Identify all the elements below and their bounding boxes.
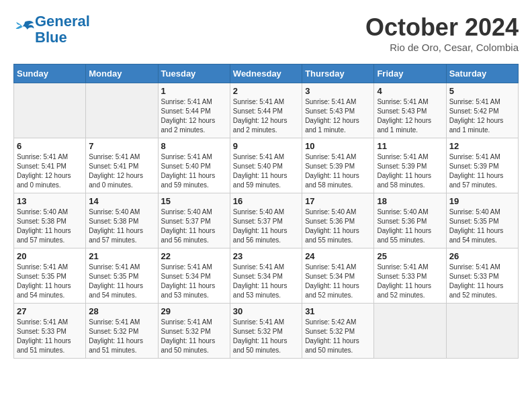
weekday-header-saturday: Saturday <box>446 64 518 83</box>
day-info: Sunrise: 5:41 AM Sunset: 5:33 PM Dayligh… <box>449 263 515 300</box>
calendar-cell: 26Sunrise: 5:41 AM Sunset: 5:33 PM Dayli… <box>446 248 518 304</box>
day-number: 22 <box>161 251 227 261</box>
logo-line1: General <box>35 13 90 30</box>
day-number: 20 <box>17 251 83 261</box>
calendar-week-3: 13Sunrise: 5:40 AM Sunset: 5:38 PM Dayli… <box>14 193 519 248</box>
calendar-cell: 22Sunrise: 5:41 AM Sunset: 5:34 PM Dayli… <box>158 248 230 304</box>
day-number: 4 <box>377 86 443 96</box>
day-info: Sunrise: 5:41 AM Sunset: 5:33 PM Dayligh… <box>17 318 83 355</box>
weekday-header-wednesday: Wednesday <box>230 64 302 83</box>
day-info: Sunrise: 5:41 AM Sunset: 5:39 PM Dayligh… <box>377 152 443 190</box>
day-info: Sunrise: 5:41 AM Sunset: 5:43 PM Dayligh… <box>377 97 443 135</box>
day-number: 16 <box>233 196 299 206</box>
day-number: 8 <box>161 141 227 151</box>
day-info: Sunrise: 5:41 AM Sunset: 5:40 PM Dayligh… <box>161 152 227 190</box>
calendar-cell: 19Sunrise: 5:40 AM Sunset: 5:35 PM Dayli… <box>446 193 518 248</box>
calendar-table: SundayMondayTuesdayWednesdayThursdayFrid… <box>13 64 519 359</box>
day-number: 15 <box>161 196 227 206</box>
day-info: Sunrise: 5:40 AM Sunset: 5:38 PM Dayligh… <box>17 208 83 245</box>
calendar-cell: 30Sunrise: 5:41 AM Sunset: 5:32 PM Dayli… <box>230 304 302 359</box>
day-number: 12 <box>449 141 515 151</box>
calendar-cell: 29Sunrise: 5:41 AM Sunset: 5:32 PM Dayli… <box>158 304 230 359</box>
day-number: 9 <box>233 141 299 151</box>
day-number: 21 <box>89 251 154 261</box>
day-number: 6 <box>17 141 83 151</box>
day-number: 2 <box>233 86 299 96</box>
calendar-cell <box>86 83 158 138</box>
calendar-cell: 8Sunrise: 5:41 AM Sunset: 5:40 PM Daylig… <box>158 138 230 193</box>
calendar-cell: 27Sunrise: 5:41 AM Sunset: 5:33 PM Dayli… <box>14 304 86 359</box>
day-number: 27 <box>17 306 83 316</box>
calendar-cell: 14Sunrise: 5:40 AM Sunset: 5:38 PM Dayli… <box>86 193 158 248</box>
logo-line2: Blue <box>35 29 67 46</box>
day-number: 28 <box>89 306 154 316</box>
calendar-cell: 15Sunrise: 5:40 AM Sunset: 5:37 PM Dayli… <box>158 193 230 248</box>
day-number: 29 <box>161 306 227 316</box>
calendar-cell: 12Sunrise: 5:41 AM Sunset: 5:39 PM Dayli… <box>446 138 518 193</box>
day-info: Sunrise: 5:40 AM Sunset: 5:37 PM Dayligh… <box>233 208 299 245</box>
day-number: 13 <box>17 196 83 206</box>
calendar-cell: 6Sunrise: 5:41 AM Sunset: 5:41 PM Daylig… <box>14 138 86 193</box>
calendar-cell: 31Sunrise: 5:42 AM Sunset: 5:32 PM Dayli… <box>302 304 374 359</box>
day-info: Sunrise: 5:41 AM Sunset: 5:34 PM Dayligh… <box>305 263 371 300</box>
day-number: 25 <box>377 251 443 261</box>
calendar-cell: 11Sunrise: 5:41 AM Sunset: 5:39 PM Dayli… <box>374 138 446 193</box>
weekday-header-thursday: Thursday <box>302 64 374 83</box>
calendar-week-2: 6Sunrise: 5:41 AM Sunset: 5:41 PM Daylig… <box>14 138 519 193</box>
day-number: 5 <box>449 86 515 96</box>
calendar-cell: 4Sunrise: 5:41 AM Sunset: 5:43 PM Daylig… <box>374 83 446 138</box>
calendar-cell: 23Sunrise: 5:41 AM Sunset: 5:34 PM Dayli… <box>230 248 302 304</box>
day-number: 23 <box>233 251 299 261</box>
day-number: 18 <box>377 196 443 206</box>
calendar-cell: 21Sunrise: 5:41 AM Sunset: 5:35 PM Dayli… <box>86 248 158 304</box>
day-number: 24 <box>305 251 371 261</box>
calendar-cell: 13Sunrise: 5:40 AM Sunset: 5:38 PM Dayli… <box>14 193 86 248</box>
calendar-cell: 3Sunrise: 5:41 AM Sunset: 5:43 PM Daylig… <box>302 83 374 138</box>
day-info: Sunrise: 5:40 AM Sunset: 5:36 PM Dayligh… <box>305 208 371 245</box>
calendar-cell: 20Sunrise: 5:41 AM Sunset: 5:35 PM Dayli… <box>14 248 86 304</box>
title-block: October 2024 Rio de Oro, Cesar, Colombia <box>365 13 519 53</box>
weekday-header-tuesday: Tuesday <box>158 64 230 83</box>
day-info: Sunrise: 5:40 AM Sunset: 5:36 PM Dayligh… <box>377 208 443 245</box>
logo-bird-icon <box>15 18 35 38</box>
day-info: Sunrise: 5:41 AM Sunset: 5:39 PM Dayligh… <box>449 152 515 190</box>
day-number: 3 <box>305 86 371 96</box>
calendar-cell: 18Sunrise: 5:40 AM Sunset: 5:36 PM Dayli… <box>374 193 446 248</box>
logo: General Blue <box>13 13 90 46</box>
calendar-week-1: 1Sunrise: 5:41 AM Sunset: 5:44 PM Daylig… <box>14 83 519 138</box>
calendar-cell: 7Sunrise: 5:41 AM Sunset: 5:41 PM Daylig… <box>86 138 158 193</box>
day-info: Sunrise: 5:41 AM Sunset: 5:33 PM Dayligh… <box>377 263 443 300</box>
day-info: Sunrise: 5:41 AM Sunset: 5:39 PM Dayligh… <box>305 152 371 190</box>
calendar-header-row: SundayMondayTuesdayWednesdayThursdayFrid… <box>14 64 519 83</box>
day-info: Sunrise: 5:41 AM Sunset: 5:32 PM Dayligh… <box>161 318 227 355</box>
day-number: 11 <box>377 141 443 151</box>
calendar-week-4: 20Sunrise: 5:41 AM Sunset: 5:35 PM Dayli… <box>14 248 519 304</box>
calendar-cell <box>446 304 518 359</box>
day-info: Sunrise: 5:41 AM Sunset: 5:43 PM Dayligh… <box>305 97 371 135</box>
logo-text: General Blue <box>35 13 90 46</box>
calendar-cell: 1Sunrise: 5:41 AM Sunset: 5:44 PM Daylig… <box>158 83 230 138</box>
calendar-cell: 2Sunrise: 5:41 AM Sunset: 5:44 PM Daylig… <box>230 83 302 138</box>
day-info: Sunrise: 5:42 AM Sunset: 5:32 PM Dayligh… <box>305 318 371 355</box>
day-info: Sunrise: 5:40 AM Sunset: 5:37 PM Dayligh… <box>161 208 227 245</box>
calendar-cell: 5Sunrise: 5:41 AM Sunset: 5:42 PM Daylig… <box>446 83 518 138</box>
calendar-body: 1Sunrise: 5:41 AM Sunset: 5:44 PM Daylig… <box>14 83 519 359</box>
day-info: Sunrise: 5:41 AM Sunset: 5:41 PM Dayligh… <box>17 152 83 190</box>
calendar-cell: 9Sunrise: 5:41 AM Sunset: 5:40 PM Daylig… <box>230 138 302 193</box>
day-info: Sunrise: 5:41 AM Sunset: 5:34 PM Dayligh… <box>233 263 299 300</box>
day-number: 30 <box>233 306 299 316</box>
calendar-cell: 17Sunrise: 5:40 AM Sunset: 5:36 PM Dayli… <box>302 193 374 248</box>
calendar-cell: 24Sunrise: 5:41 AM Sunset: 5:34 PM Dayli… <box>302 248 374 304</box>
weekday-header-monday: Monday <box>86 64 158 83</box>
day-number: 26 <box>449 251 515 261</box>
calendar-cell <box>14 83 86 138</box>
page-header: General Blue October 2024 Rio de Oro, Ce… <box>13 13 519 53</box>
day-info: Sunrise: 5:40 AM Sunset: 5:35 PM Dayligh… <box>449 208 515 245</box>
day-number: 7 <box>89 141 154 151</box>
day-info: Sunrise: 5:41 AM Sunset: 5:44 PM Dayligh… <box>161 97 227 135</box>
day-info: Sunrise: 5:41 AM Sunset: 5:32 PM Dayligh… <box>89 318 154 355</box>
day-info: Sunrise: 5:41 AM Sunset: 5:40 PM Dayligh… <box>233 152 299 190</box>
day-number: 31 <box>305 306 371 316</box>
day-number: 17 <box>305 196 371 206</box>
day-number: 1 <box>161 86 227 96</box>
